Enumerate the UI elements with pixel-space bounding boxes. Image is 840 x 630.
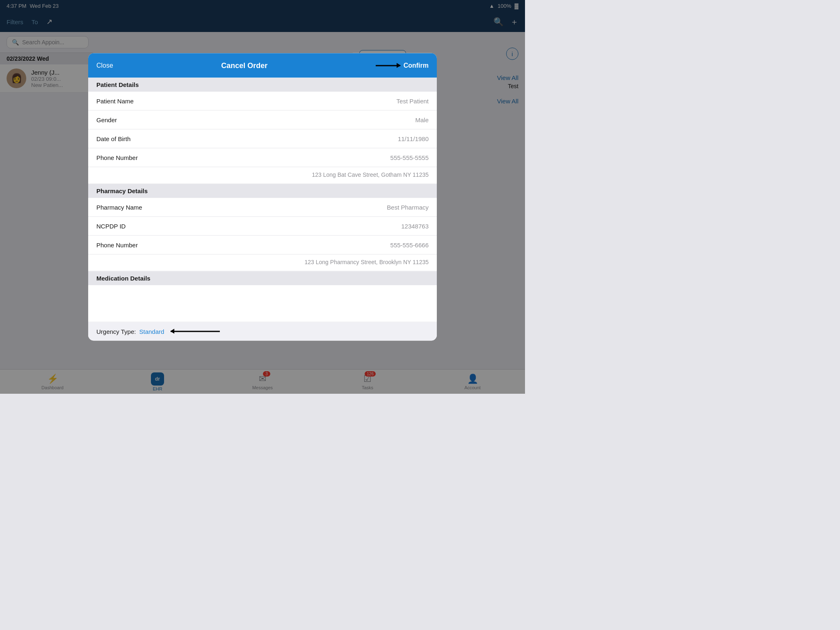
pharmacy-phone-label: Phone Number — [96, 242, 138, 249]
urgency-footer: Urgency Type: Standard — [88, 322, 437, 341]
dob-label: Date of Birth — [96, 135, 130, 142]
patient-phone-row: Phone Number 555-555-5555 — [88, 148, 437, 167]
patient-address: 123 Long Bat Cave Street, Gotham NY 1123… — [88, 167, 437, 184]
dob-value: 11/11/1980 — [398, 135, 429, 142]
pharmacy-details-label: Pharmacy Details — [96, 187, 148, 194]
pharmacy-name-label: Pharmacy Name — [96, 204, 142, 211]
patient-name-row: Patient Name Test Patient — [88, 92, 437, 111]
pharmacy-name-row: Pharmacy Name Best Pharmacy — [88, 198, 437, 217]
ncpdp-row: NCPDP ID 12348763 — [88, 217, 437, 236]
modal-body: Patient Details Patient Name Test Patien… — [88, 78, 437, 341]
pharmacy-phone-value: 555-555-6666 — [390, 242, 429, 249]
patient-phone-label: Phone Number — [96, 154, 138, 161]
patient-phone-value: 555-555-5555 — [390, 154, 429, 161]
modal-confirm-button[interactable]: Confirm — [404, 62, 429, 69]
patient-name-value: Test Patient — [397, 98, 429, 105]
patient-details-section-header: Patient Details — [88, 78, 437, 92]
patient-name-label: Patient Name — [96, 98, 134, 105]
patient-details-label: Patient Details — [96, 81, 139, 88]
medication-details-section-header: Medication Details — [88, 272, 437, 285]
urgency-label: Urgency Type: — [96, 328, 136, 335]
pharmacy-address: 123 Long Pharmancy Street, Brooklyn NY 1… — [88, 255, 437, 272]
gender-row: Gender Male — [88, 111, 437, 130]
ncpdp-value: 12348763 — [401, 223, 429, 230]
pharmacy-details-section-header: Pharmacy Details — [88, 184, 437, 198]
modal-title: Cancel Order — [113, 61, 376, 70]
gender-label: Gender — [96, 116, 117, 123]
modal-header: Close Cancel Order Confirm — [88, 53, 437, 78]
ncpdp-label: NCPDP ID — [96, 223, 126, 230]
urgency-value: Standard — [139, 328, 164, 335]
pharmacy-name-value: Best Pharmacy — [387, 204, 429, 211]
cancel-order-modal: Close Cancel Order Confirm Patient Detai… — [88, 53, 437, 341]
modal-backdrop[interactable]: Close Cancel Order Confirm Patient Detai… — [0, 0, 525, 394]
modal-close-button[interactable]: Close — [96, 62, 113, 69]
medication-details-label: Medication Details — [96, 275, 151, 282]
gender-value: Male — [415, 116, 429, 123]
medication-area — [88, 285, 437, 322]
dob-row: Date of Birth 11/11/1980 — [88, 130, 437, 148]
pharmacy-phone-row: Phone Number 555-555-6666 — [88, 236, 437, 255]
